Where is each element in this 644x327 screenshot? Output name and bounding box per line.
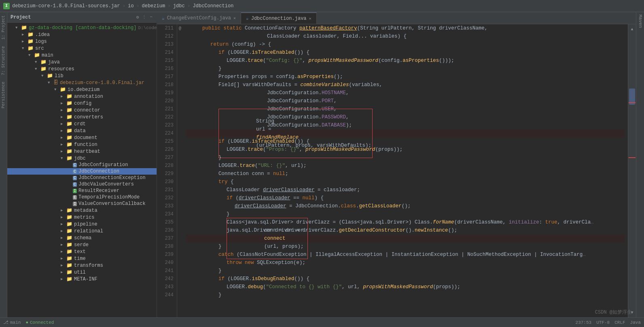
tree-root[interactable]: ▼ 📁 gz-data-docking [canton-data-docking… [7,24,157,31]
tree-arrow-io: ▼ [54,88,60,92]
tree-relational[interactable]: ▶ 📁 relational [7,228,157,234]
class-icon-jdbcconn: C [73,169,77,174]
code-line-212: ClassLoader classloader, Field ... varia… [186,32,625,40]
tree-heartbeat[interactable]: ▶ 📁 heartbeat [7,148,157,155]
tree-valueconv[interactable]: I ValueConversionCallback [7,200,157,207]
tab-bar: ☕ ChangeEventConfig.java ✕ ☕ JdbcConnect… [157,12,636,24]
tree-label-document: document [74,135,97,141]
tree-annotation[interactable]: ▶ 📁 annotation [7,93,157,100]
tree-label-schema: schema [74,235,91,241]
tree-arrow-metrics: ▶ [61,215,66,219]
code-content[interactable]: public static ConnectionFactory patternB… [183,24,628,317]
tree-label-jdbcex: JdbcConnectionException [78,175,146,181]
tree-arrow-jdbcex [67,176,73,180]
tree-meta-inf[interactable]: ▶ 📁 META-INF [7,276,157,283]
tree-label-jdbcconn: JdbcConnection [78,169,119,174]
tree-text[interactable]: ▶ 📁 text [7,248,157,255]
tree-metadata[interactable]: ▶ 📁 metadata [7,207,157,214]
maven-label[interactable]: Maven [636,13,644,30]
vtab-persistence[interactable]: Persistence [0,80,6,110]
ln-228: 228 [157,162,174,170]
tree-lib[interactable]: ▼ 📁 lib [7,72,157,79]
sidebar-settings-icon[interactable]: ⋮ [141,14,147,21]
scrollbar-track[interactable] [628,34,636,308]
tree-arrow-crdt: ▶ [61,122,66,126]
tree-label-logs: logs [35,39,47,44]
tree-logs[interactable]: ▶ 📁 logs [7,38,157,45]
tree-function[interactable]: ▶ 📁 function [7,141,157,148]
tree-label-metrics: metrics [74,215,94,220]
tree-label-lib: lib [55,73,64,79]
tab-changeeventconfig[interactable]: ☕ ChangeEventConfig.java ✕ [157,13,241,24]
tree-jdbcval[interactable]: C JdbcValueConverters [7,181,157,188]
ln-211: 211 [157,24,174,32]
folder-icon-connector: 📁 [66,107,72,113]
tree-resultrecv[interactable]: I ResultReceiver [7,188,157,194]
tree-transforms[interactable]: ▶ 📁 transforms [7,262,157,269]
col-num: 53 [586,320,591,325]
tree-temporal[interactable]: E TemporalPrecisionMode [7,194,157,200]
tree-crdt[interactable]: ▶ 📁 crdt [7,120,157,127]
tree-label-jdbcconfig: JdbcConfiguration [78,162,128,168]
ln-216: 216 [157,65,174,73]
tree-label-crdt: crdt [74,121,86,127]
encoding-label: UTF-8 [596,320,610,325]
tree-data[interactable]: ▶ 📁 data [7,127,157,134]
ln-219: 219 [157,89,174,97]
tree-serde[interactable]: ▶ 📁 serde [7,241,157,248]
tree-time[interactable]: ▶ 📁 time [7,255,157,262]
annotation-marker-211: @ [177,24,183,32]
tree-label-heartbeat: heartbeat [74,149,100,154]
tree-src[interactable]: ▼ 📁 src [7,45,157,52]
sidebar-tree[interactable]: ▼ 📁 gz-data-docking [canton-data-docking… [7,23,157,317]
interface-icon-resultrecv: I [73,189,77,193]
tree-jdbcex[interactable]: C JdbcConnectionException [7,175,157,181]
sidebar-header-icons: ⚙ ⋮ − [136,14,153,21]
tree-resources[interactable]: ▼ 📁 resources [7,65,157,72]
sidebar-minimize-icon[interactable]: − [149,14,153,21]
tree-label-text: text [74,249,86,255]
vtab-structure[interactable]: 7: Structure [0,44,6,77]
right-panel-up[interactable]: ▲ [629,26,636,32]
tree-jdbcconfig[interactable]: C JdbcConfiguration [7,162,157,168]
tree-metrics[interactable]: ▶ 📁 metrics [7,214,157,221]
tree-idea[interactable]: ▶ 📁 .idea [7,31,157,38]
sep3: › [167,3,171,9]
tree-java[interactable]: ▼ 📁 java [7,59,157,65]
tab-close-change[interactable]: ✕ [233,16,236,21]
ln-223: 223 [157,121,174,129]
tree-io-debezium[interactable]: ▼ 📁 io.debezium [7,86,157,93]
tree-connector[interactable]: ▶ 📁 connector [7,107,157,114]
sidebar-gear-icon[interactable]: ⚙ [136,14,140,21]
tab-jdbcconnection[interactable]: ☕ JdbcConnection.java ✕ [241,13,316,24]
folder-icon-text: 📁 [66,249,72,255]
ln-240: 240 [157,259,174,267]
tree-document[interactable]: ▶ 📁 document [7,134,157,141]
tree-pipeline[interactable]: ▶ 📁 pipeline [7,221,157,228]
tree-jdbcconnection[interactable]: C JdbcConnection [7,168,157,175]
tree-arrow-resultrecv [67,189,73,193]
tree-arrow-transforms: ▶ [61,263,66,268]
tree-jdbc[interactable]: ▼ 📁 jdbc [7,155,157,162]
ln-224: 224 [157,129,174,137]
folder-icon-schema: 📁 [66,235,72,241]
vtab-project[interactable]: 1: Project [0,14,6,41]
tree-main[interactable]: ▼ 📁 main [7,52,157,59]
tree-util[interactable]: ▶ 📁 util [7,269,157,276]
tree-schema[interactable]: ▶ 📁 schema [7,234,157,241]
git-branch: main [10,320,21,325]
tree-converters[interactable]: ▶ 📁 converters [7,114,157,120]
code-line-214: if ( LOGGER . isTraceEnabled ()) { [186,49,625,57]
tree-config[interactable]: ▶ 📁 config [7,100,157,107]
tab-close-jdbc[interactable]: ✕ [309,16,311,21]
folder-icon-converters: 📁 [66,114,72,120]
status-connected: ● Connected [25,320,54,325]
tree-arrow-java: ▼ [35,60,40,64]
jar-icon: 🗄 [53,80,58,86]
tree-label-jdbc: jdbc [74,156,86,161]
watermark: CSDN @如梦浮生 [595,309,632,316]
tree-label-util: util [74,270,86,275]
tree-debezium-jar[interactable]: ▼ 🗄 debezium-core-1.8.0.Final.jar [7,79,157,86]
left-vtabs: 1: Project 7: Structure Persistence [0,12,7,317]
code-line-216: } [186,65,625,73]
